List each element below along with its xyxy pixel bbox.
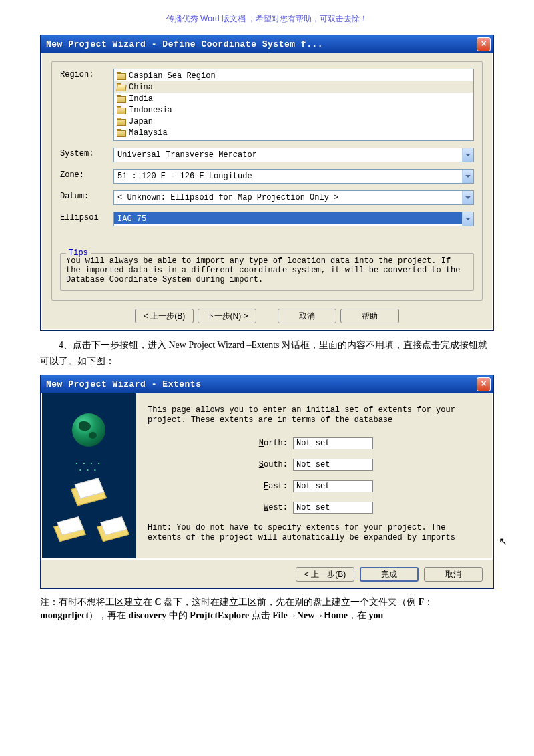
decorative-dots: • • • •• • • [42, 460, 136, 474]
north-label: North: [254, 439, 288, 448]
folder-icon [117, 95, 126, 102]
datum-label: Datum: [60, 190, 113, 201]
west-label: West: [254, 503, 288, 512]
system-dropdown[interactable]: Universal Transverse Mercator [113, 148, 474, 162]
zone-dropdown[interactable]: 51 : 120 E - 126 E Longitude [113, 169, 474, 184]
chevron-down-icon[interactable] [462, 170, 473, 183]
close-icon[interactable]: × [477, 377, 491, 391]
dialog-title: New Project Wizard - Extents [46, 379, 201, 389]
system-label: System: [60, 148, 113, 158]
folder-iso-icon [71, 479, 107, 506]
wizard-sidebar: • • • •• • • [42, 393, 136, 558]
doc-paragraph-1: 4、点击下一步按钮，进入 New Project Wizard –Extents… [40, 337, 494, 369]
dialog-define-coordinate: New Project Wizard - Define Coordinate S… [40, 35, 494, 331]
list-item[interactable]: Caspian Sea Region [114, 70, 473, 81]
datum-dropdown[interactable]: < Unknown: Ellipsoid for Map Projection … [113, 190, 474, 205]
zone-value: 51 : 120 E - 126 E Longitude [114, 170, 462, 182]
dialog-extents: New Project Wizard - Extents × • • • •• … [40, 375, 494, 589]
tips-text: You will always be able to import any ty… [66, 256, 468, 285]
close-icon[interactable]: × [477, 37, 491, 51]
folder-icon [117, 106, 126, 114]
system-value: Universal Transverse Mercator [114, 148, 462, 160]
finish-button[interactable]: 完成 [360, 567, 419, 582]
region-label: Region: [60, 69, 113, 79]
folder-icon [117, 72, 126, 79]
header-note: 传播优秀 Word 版文档 ，希望对您有帮助，可双击去除！ [40, 13, 494, 25]
list-item[interactable]: China [114, 81, 473, 93]
titlebar[interactable]: New Project Wizard - Extents × [41, 375, 493, 393]
east-label: East: [254, 482, 288, 491]
list-item[interactable]: Japan [114, 116, 473, 127]
south-input[interactable] [293, 459, 373, 471]
folder-icon [117, 129, 126, 136]
cancel-button[interactable]: 取消 [278, 309, 336, 323]
coord-frame: Region: Caspian Sea Region China India I… [51, 61, 483, 301]
datum-value: < Unknown: Ellipsoid for Map Projection … [114, 191, 462, 203]
cursor-icon: ↖ [499, 535, 507, 548]
folder-open-icon [117, 83, 126, 91]
list-item[interactable]: Indonesia [114, 104, 473, 116]
folder-icon [117, 118, 126, 125]
titlebar[interactable]: New Project Wizard - Define Coordinate S… [41, 35, 493, 53]
chevron-down-icon[interactable] [462, 148, 473, 162]
dialog-title: New Project Wizard - Define Coordinate S… [46, 39, 323, 49]
back-button[interactable]: < 上一步(B) [135, 309, 194, 323]
globe-icon [72, 413, 105, 447]
west-input[interactable] [293, 502, 373, 514]
east-input[interactable] [293, 480, 373, 492]
region-listbox[interactable]: Caspian Sea Region China India Indonesia… [113, 69, 474, 141]
zone-label: Zone: [60, 169, 113, 180]
cancel-button[interactable]: 取消 [424, 567, 483, 582]
list-item[interactable]: Malaysia [114, 127, 473, 138]
hint-text: Hint: You do not have to specify extents… [148, 523, 480, 543]
tips-legend: Tips [66, 248, 91, 258]
south-label: South: [254, 460, 288, 469]
list-item[interactable]: India [114, 93, 473, 104]
ellipsoi-dropdown[interactable]: IAG 75 [113, 212, 474, 226]
back-button[interactable]: < 上一步(B) [296, 567, 354, 582]
folder-iso-icon [53, 518, 81, 539]
next-button[interactable]: 下一步(N) > [198, 309, 256, 323]
tips-box: Tips You will always be able to import a… [60, 253, 474, 291]
ellipsoi-label: Ellipsoi [60, 212, 113, 222]
chevron-down-icon[interactable] [462, 191, 473, 204]
wizard-description: This page allows you to enter an initial… [148, 405, 480, 425]
help-button[interactable]: 帮助 [340, 309, 399, 323]
doc-note: 注：有时不想将工区建立在 C 盘下，这时在建立工区前，先在别的盘上建立一个文件夹… [40, 596, 494, 622]
folder-iso-icon [97, 518, 124, 539]
chevron-down-icon[interactable] [462, 212, 473, 226]
ellipsoi-value: IAG 75 [114, 212, 462, 224]
north-input[interactable] [293, 437, 373, 449]
